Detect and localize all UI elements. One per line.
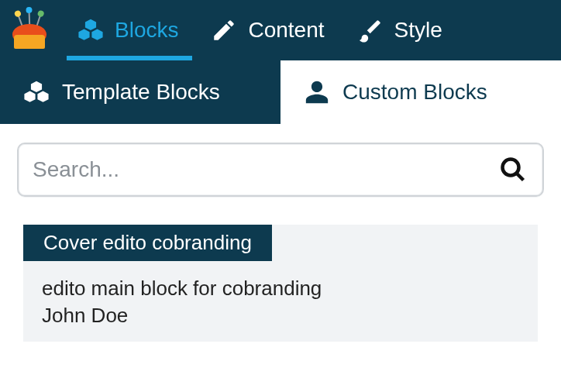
- pencil-icon: [211, 17, 237, 43]
- nav-tab-blocks[interactable]: Blocks: [74, 0, 184, 60]
- nav-tab-label: Style: [394, 18, 442, 43]
- nav-tab-style[interactable]: Style: [354, 0, 449, 60]
- block-card-description: edito main block for cobranding: [23, 261, 538, 302]
- app-logo: [8, 9, 51, 52]
- svg-line-1: [517, 174, 523, 180]
- cubes-icon: [23, 79, 50, 105]
- block-card[interactable]: Cover edito cobranding edito main block …: [23, 225, 538, 342]
- block-card-title: Cover edito cobranding: [23, 225, 272, 261]
- subtab-label: Custom Blocks: [342, 80, 487, 105]
- search-icon: [499, 156, 527, 184]
- svg-point-0: [503, 160, 519, 176]
- content-area: Cover edito cobranding edito main block …: [0, 124, 561, 360]
- cubes-icon: [77, 17, 104, 43]
- brush-icon: [357, 17, 384, 43]
- subtab-template-blocks[interactable]: Template Blocks: [0, 60, 280, 124]
- subnav: Template Blocks Custom Blocks: [0, 60, 561, 124]
- block-card-author: John Doe: [23, 302, 538, 329]
- active-underline: [67, 56, 192, 60]
- topbar: Blocks Content Style: [0, 0, 561, 60]
- subtab-custom-blocks[interactable]: Custom Blocks: [280, 60, 561, 124]
- search-field-wrapper[interactable]: [17, 143, 544, 197]
- subtab-label: Template Blocks: [62, 80, 220, 105]
- search-input[interactable]: [33, 157, 490, 182]
- nav-tab-label: Content: [248, 18, 324, 43]
- nav-tab-label: Blocks: [115, 18, 178, 43]
- user-icon: [304, 79, 330, 105]
- nav-tab-content[interactable]: Content: [208, 0, 330, 60]
